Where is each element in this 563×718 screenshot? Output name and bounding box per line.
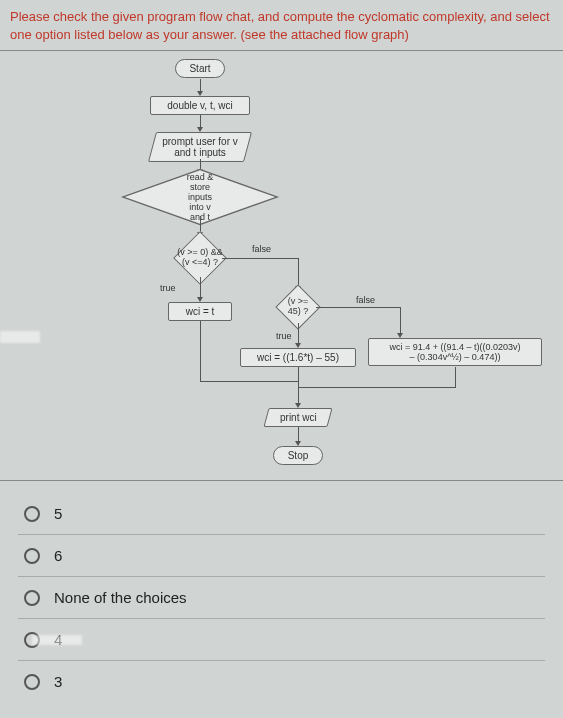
node-declare: double v, t, wci [150,96,250,115]
answer-option-4[interactable]: 4 [18,619,545,661]
node-print: print wci [263,408,332,427]
answer-option-none[interactable]: None of the choices [18,577,545,619]
answer-label: 6 [54,547,62,564]
radio-icon [24,590,40,606]
answer-label: 3 [54,673,62,690]
answer-option-6[interactable]: 6 [18,535,545,577]
radio-icon [24,548,40,564]
label-true-1: true [160,283,176,293]
node-formula2: wci = 91.4 + ((91.4 – t)((0.0203v) – (0.… [368,338,542,366]
node-stop: Stop [273,446,323,465]
answer-list: 5 6 None of the choices 4 3 [0,481,563,714]
answer-option-5[interactable]: 5 [18,493,545,535]
artifact-left [0,331,40,343]
answer-label: 5 [54,505,62,522]
node-start: Start [175,59,225,78]
node-formula1: wci = ((1.6*t) – 55) [240,348,356,367]
artifact-row [32,635,82,645]
label-false-1: false [252,244,271,254]
label-true-2: true [276,331,292,341]
node-wci-t: wci = t [168,302,232,321]
answer-label: None of the choices [54,589,187,606]
flow-graph: Start double v, t, wci prompt user for v… [0,51,563,481]
radio-icon [24,506,40,522]
question-text: Please check the given program flow chat… [0,0,563,51]
node-prompt: prompt user for v and t inputs [148,132,252,162]
radio-icon [24,674,40,690]
label-false-2: false [356,295,375,305]
answer-option-3[interactable]: 3 [18,661,545,702]
